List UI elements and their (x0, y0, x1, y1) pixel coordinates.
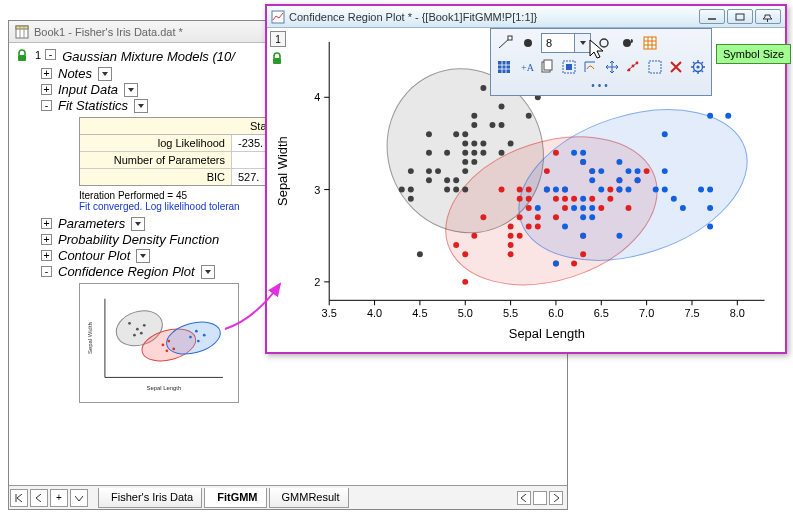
node-pdf[interactable]: Probability Density Function (58, 232, 219, 247)
tab-add[interactable]: + (50, 489, 68, 507)
rescale-tool[interactable] (581, 57, 600, 77)
svg-point-112 (517, 233, 523, 239)
node-notes[interactable]: Notes (58, 66, 92, 81)
move-tool[interactable] (603, 57, 622, 77)
tooltip: Symbol Size (716, 44, 791, 64)
change-plot-tool[interactable] (624, 57, 643, 77)
conf-plot-thumbnail[interactable]: Sepal Length Sepal Width (79, 283, 239, 403)
svg-point-77 (453, 177, 459, 183)
svg-rect-206 (649, 61, 661, 73)
tab-fitgmm[interactable]: FitGMM (204, 488, 266, 508)
workbook-title: Book1 - Fisher's Iris Data.dat * (34, 26, 183, 38)
scroll-right[interactable] (549, 491, 563, 505)
line-style-tool[interactable] (495, 33, 515, 53)
select-tool[interactable] (646, 57, 665, 77)
node-fit[interactable]: Fit Statistics (58, 98, 128, 113)
svg-point-110 (508, 233, 514, 239)
maximize-button[interactable] (727, 9, 753, 24)
dropdown-contour[interactable] (136, 249, 150, 263)
sheet-tabs: + Fisher's Iris Data FitGMM GMMResult (9, 485, 567, 509)
svg-point-140 (607, 187, 613, 193)
collapse-fit[interactable]: - (41, 100, 52, 111)
node-conf[interactable]: Confidence Region Plot (58, 264, 195, 279)
tab-nav-prev[interactable] (30, 489, 48, 507)
svg-point-163 (589, 168, 595, 174)
svg-point-178 (671, 196, 677, 202)
svg-point-169 (616, 159, 622, 165)
dropdown-fit[interactable] (134, 99, 148, 113)
dropdown-params[interactable] (131, 217, 145, 231)
pin-button[interactable] (755, 9, 781, 24)
svg-text:7.0: 7.0 (639, 307, 654, 319)
expand-params[interactable]: + (41, 218, 52, 229)
toolbar-expand-dots[interactable]: ••• (495, 80, 707, 91)
svg-point-70 (426, 150, 432, 156)
svg-point-114 (517, 196, 523, 202)
svg-point-79 (462, 187, 468, 193)
svg-point-22 (203, 334, 206, 337)
collapse-conf[interactable]: - (41, 266, 52, 277)
svg-point-138 (598, 205, 604, 211)
label-tool[interactable]: +A (517, 57, 536, 77)
svg-point-65 (408, 187, 414, 193)
svg-point-119 (526, 187, 532, 193)
symbol-interior-tool[interactable] (617, 33, 637, 53)
fill-pattern-tool[interactable] (495, 57, 514, 77)
layer-index[interactable]: 1 (270, 31, 286, 47)
svg-point-117 (526, 205, 532, 211)
minimize-button[interactable] (699, 9, 725, 24)
open-worksheet-tool[interactable] (640, 33, 660, 53)
svg-point-76 (453, 187, 459, 193)
symbol-size-dropdown[interactable] (574, 34, 590, 52)
svg-rect-1 (16, 26, 28, 29)
copy-tool[interactable] (538, 57, 557, 77)
svg-point-133 (580, 251, 586, 257)
svg-point-23 (195, 330, 198, 333)
svg-point-185 (725, 113, 731, 119)
expand-contour[interactable]: + (41, 250, 52, 261)
properties-tool[interactable] (689, 57, 708, 77)
svg-text:3.5: 3.5 (322, 307, 337, 319)
svg-point-18 (172, 348, 175, 351)
scroll-left[interactable] (517, 491, 531, 505)
svg-text:6.5: 6.5 (594, 307, 609, 319)
symbol-type-tool[interactable] (594, 33, 614, 53)
svg-point-170 (626, 187, 632, 193)
tab-iris[interactable]: Fisher's Iris Data (98, 488, 202, 508)
plot-title-bar[interactable]: Confidence Region Plot * - {[Book1]FitGM… (267, 6, 785, 28)
delete-tool[interactable] (667, 57, 686, 77)
symbol-shape-tool[interactable] (518, 33, 538, 53)
fit-statistics-table: Stati log Likelihood-235. Number of Para… (79, 117, 279, 186)
svg-point-160 (589, 214, 595, 220)
tab-gmmresult[interactable]: GMMResult (269, 488, 349, 508)
node-contour[interactable]: Contour Plot (58, 248, 130, 263)
symbol-size-input[interactable] (542, 37, 574, 49)
svg-point-12 (136, 328, 139, 331)
tab-nav-first[interactable] (10, 489, 28, 507)
svg-point-166 (616, 233, 622, 239)
expand-pdf[interactable]: + (41, 234, 52, 245)
dropdown-conf[interactable] (201, 265, 215, 279)
svg-point-103 (462, 279, 468, 285)
dropdown-notes[interactable] (98, 67, 112, 81)
dropdown-input[interactable] (124, 83, 138, 97)
svg-point-87 (471, 140, 477, 146)
svg-point-150 (562, 224, 568, 230)
node-input[interactable]: Input Data (58, 82, 118, 97)
collapse-root[interactable]: - (45, 49, 56, 60)
node-params[interactable]: Parameters (58, 216, 125, 231)
tree-root-label[interactable]: Gaussian Mixture Models (10/ (62, 49, 235, 64)
scroll-thumb[interactable] (533, 491, 547, 505)
svg-point-82 (462, 150, 468, 156)
expand-input[interactable]: + (41, 84, 52, 95)
mini-toolbar[interactable]: +A ••• (490, 28, 712, 96)
expand-notes[interactable]: + (41, 68, 52, 79)
svg-point-19 (165, 349, 168, 352)
svg-rect-29 (273, 58, 281, 64)
svg-point-173 (635, 168, 641, 174)
tab-menu[interactable] (70, 489, 88, 507)
group-tool[interactable] (560, 57, 579, 77)
svg-rect-187 (508, 36, 512, 40)
symbol-size-control[interactable] (541, 33, 591, 53)
svg-point-136 (589, 196, 595, 202)
